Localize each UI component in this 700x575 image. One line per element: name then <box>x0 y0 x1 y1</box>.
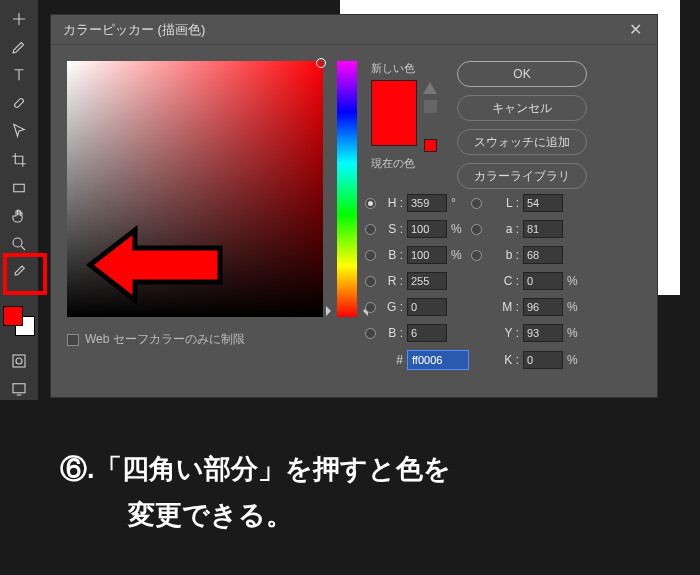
checkbox-icon[interactable] <box>67 334 79 346</box>
instruction-caption: ⑥.「四角い部分」を押すと色を 変更できる。 <box>0 410 700 575</box>
k-input[interactable] <box>523 351 563 369</box>
dialog-title: カラーピッカー (描画色) <box>63 21 625 39</box>
g-radio[interactable] <box>365 302 376 313</box>
gamut-warning-icon[interactable] <box>423 82 437 94</box>
svg-point-4 <box>16 358 22 364</box>
hue-slider[interactable] <box>337 61 357 317</box>
a-label: a : <box>499 222 519 236</box>
web-safe-label: Web セーフカラーのみに制限 <box>85 331 245 348</box>
arrow-icon[interactable] <box>7 120 31 142</box>
hex-input[interactable] <box>407 350 469 370</box>
c-input[interactable] <box>523 272 563 290</box>
m-input[interactable] <box>523 298 563 316</box>
cancel-button[interactable]: キャンセル <box>457 95 587 121</box>
crop-icon[interactable] <box>7 148 31 170</box>
cube-icon[interactable] <box>424 100 437 113</box>
a-radio[interactable] <box>471 224 482 235</box>
text-icon[interactable] <box>7 64 31 86</box>
eyedropper-icon[interactable] <box>7 261 31 283</box>
l-radio[interactable] <box>471 198 482 209</box>
saturation-value-box[interactable] <box>67 61 323 317</box>
svg-point-2 <box>13 238 22 247</box>
zoom-icon[interactable] <box>7 233 31 255</box>
hand-icon[interactable] <box>7 205 31 227</box>
s-radio[interactable] <box>365 224 376 235</box>
g-input[interactable] <box>407 298 447 316</box>
bb-label: B : <box>383 248 403 262</box>
r-label: R : <box>383 274 403 288</box>
lb-radio[interactable] <box>471 250 482 261</box>
bb-input[interactable] <box>407 246 447 264</box>
plus-icon[interactable] <box>7 8 31 30</box>
h-label: H : <box>383 196 403 210</box>
k-label: K : <box>499 353 519 367</box>
svg-rect-3 <box>13 355 25 367</box>
rect-icon[interactable] <box>7 177 31 199</box>
y-input[interactable] <box>523 324 563 342</box>
current-color-label: 現在の色 <box>371 156 443 171</box>
svg-rect-5 <box>13 384 25 393</box>
bandaid-icon[interactable] <box>7 92 31 114</box>
l-label: L : <box>499 196 519 210</box>
hue-pointer <box>332 307 362 315</box>
h-radio[interactable] <box>365 198 376 209</box>
g-label: G : <box>383 300 403 314</box>
foreground-color-swatch[interactable] <box>3 306 23 326</box>
ok-button[interactable]: OK <box>457 61 587 87</box>
y-label: Y : <box>499 326 519 340</box>
color-swatches[interactable] <box>3 306 35 335</box>
s-input[interactable] <box>407 220 447 238</box>
r-input[interactable] <box>407 272 447 290</box>
color-preview[interactable] <box>371 80 417 146</box>
lb-label: b : <box>499 248 519 262</box>
r-radio[interactable] <box>365 276 376 287</box>
l-input[interactable] <box>523 194 563 212</box>
color-values: H : ° L : S : % a : B : % b : R : C : % … <box>365 194 583 370</box>
h-input[interactable] <box>407 194 447 212</box>
color-library-button[interactable]: カラーライブラリ <box>457 163 587 189</box>
rb-label: B : <box>383 326 403 340</box>
caption-line1: ⑥.「四角い部分」を押すと色を <box>60 447 700 493</box>
pencil-icon[interactable] <box>7 36 31 58</box>
dialog-titlebar[interactable]: カラーピッカー (描画色) ✕ <box>51 15 657 45</box>
m-label: M : <box>499 300 519 314</box>
web-safe-checkbox[interactable]: Web セーフカラーのみに制限 <box>67 331 323 348</box>
sv-cursor <box>316 58 326 68</box>
new-color-label: 新しい色 <box>371 61 443 76</box>
c-label: C : <box>499 274 519 288</box>
rb-radio[interactable] <box>365 328 376 339</box>
websafe-swatch-icon[interactable] <box>424 139 437 152</box>
new-color-swatch <box>372 81 416 113</box>
hash-label: # <box>383 353 403 367</box>
rb-input[interactable] <box>407 324 447 342</box>
svg-rect-1 <box>14 184 25 192</box>
svg-rect-0 <box>14 98 25 109</box>
screenmode-icon[interactable] <box>7 378 31 400</box>
add-swatch-button[interactable]: スウォッチに追加 <box>457 129 587 155</box>
b-radio[interactable] <box>365 250 376 261</box>
current-color-swatch <box>372 113 416 145</box>
deg-unit: ° <box>451 196 467 210</box>
a-input[interactable] <box>523 220 563 238</box>
tools-panel <box>0 0 38 400</box>
caption-line2: 変更できる。 <box>60 493 700 539</box>
close-icon[interactable]: ✕ <box>625 20 645 40</box>
s-label: S : <box>383 222 403 236</box>
quickmask-icon[interactable] <box>7 350 31 372</box>
lb-input[interactable] <box>523 246 563 264</box>
